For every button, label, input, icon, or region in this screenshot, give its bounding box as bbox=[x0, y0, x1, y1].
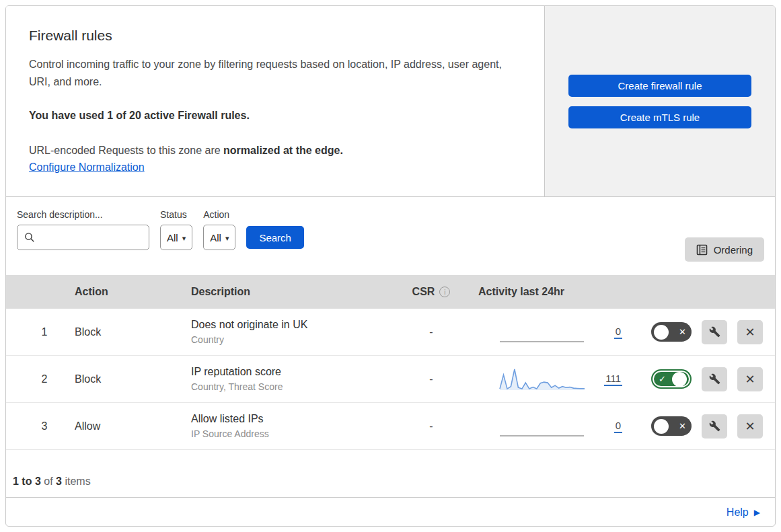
normalization-note: URL-encoded Requests to this zone are no… bbox=[29, 142, 517, 159]
search-input-wrapper bbox=[17, 225, 149, 250]
wrench-icon bbox=[709, 326, 720, 338]
edit-rule-button[interactable] bbox=[702, 367, 727, 391]
pagination-total: 3 bbox=[56, 476, 62, 487]
rule-description: Does not originate in UK bbox=[191, 319, 391, 331]
rule-priority: 1 bbox=[6, 326, 68, 338]
edit-rule-button[interactable] bbox=[702, 320, 727, 344]
help-link[interactable]: Help ▶ bbox=[727, 506, 760, 519]
page-description: Control incoming traffic to your zone by… bbox=[29, 56, 503, 91]
ordering-icon bbox=[696, 244, 708, 256]
chevron-down-icon: ▾ bbox=[182, 235, 186, 242]
pagination-range: 1 to 3 bbox=[13, 476, 41, 487]
rule-controls: ✕ ✕ bbox=[632, 414, 775, 439]
wrench-icon bbox=[709, 373, 720, 385]
info-icon[interactable]: i bbox=[439, 287, 450, 297]
csr-label: CSR bbox=[412, 286, 435, 298]
table-row: 1 Block Does not originate in UK Country… bbox=[6, 309, 775, 356]
search-icon bbox=[24, 232, 35, 243]
status-filter-group: Status All ▾ bbox=[160, 209, 192, 250]
rule-priority: 3 bbox=[6, 420, 68, 432]
chevron-down-icon: ▾ bbox=[225, 235, 229, 242]
configure-normalization-link[interactable]: Configure Normalization bbox=[29, 161, 145, 174]
rule-csr-value: - bbox=[391, 373, 472, 385]
help-label: Help bbox=[727, 506, 749, 519]
wrench-icon bbox=[709, 420, 720, 432]
rule-criteria: Country, Threat Score bbox=[191, 381, 391, 392]
delete-rule-button[interactable]: ✕ bbox=[737, 367, 763, 391]
help-arrow-icon: ▶ bbox=[754, 508, 760, 517]
toggle-knob bbox=[654, 325, 669, 340]
edit-rule-button[interactable] bbox=[702, 414, 727, 439]
x-icon: ✕ bbox=[676, 327, 689, 337]
search-button[interactable]: Search bbox=[246, 226, 304, 249]
rule-action: Block bbox=[68, 373, 184, 385]
activity-count-link[interactable]: 0 bbox=[614, 420, 622, 433]
create-mtls-rule-button[interactable]: Create mTLS rule bbox=[568, 106, 751, 128]
pagination-items: items bbox=[65, 476, 90, 487]
csr-column-header: CSR i bbox=[391, 286, 472, 298]
toggle-knob bbox=[654, 419, 669, 434]
help-bar: Help ▶ bbox=[6, 498, 775, 527]
search-label: Search description... bbox=[17, 209, 149, 220]
action-column-header: Action bbox=[68, 286, 184, 298]
rule-controls: ✓ ✕ bbox=[632, 367, 775, 391]
rule-csr-value: - bbox=[391, 326, 472, 338]
rule-enabled-toggle[interactable]: ✕ bbox=[651, 416, 692, 436]
rule-criteria: IP Source Address bbox=[191, 428, 391, 439]
rule-activity-cell: 111 bbox=[472, 366, 632, 393]
rule-enabled-toggle[interactable]: ✕ bbox=[651, 322, 692, 342]
usage-summary: You have used 1 of 20 active Firewall ru… bbox=[29, 110, 517, 122]
action-filter-group: Action All ▾ bbox=[203, 209, 235, 250]
table-row: 2 Block IP reputation score Country, Thr… bbox=[6, 356, 775, 403]
ordering-label: Ordering bbox=[714, 244, 753, 256]
activity-count-link[interactable]: 0 bbox=[614, 326, 622, 339]
search-input[interactable] bbox=[40, 232, 142, 243]
description-column-header: Description bbox=[184, 286, 391, 298]
rule-description-cell: Does not originate in UK Country bbox=[184, 319, 391, 345]
check-icon: ✓ bbox=[656, 374, 669, 384]
action-label: Action bbox=[203, 209, 235, 220]
pagination-of: of bbox=[44, 476, 52, 487]
table-header: Action Description CSR i Activity last 2… bbox=[6, 275, 775, 309]
pagination-summary: 1 to 3 of 3 items bbox=[6, 450, 775, 498]
toggle-knob bbox=[672, 372, 687, 387]
overview-text: Firewall rules Control incoming traffic … bbox=[6, 6, 544, 196]
table-row: 3 Allow Allow listed IPs IP Source Addre… bbox=[6, 403, 775, 450]
action-value: All bbox=[210, 232, 221, 243]
filter-bar: Search description... Status All ▾ bbox=[6, 197, 775, 275]
close-icon: ✕ bbox=[745, 325, 755, 340]
create-firewall-rule-button[interactable]: Create firewall rule bbox=[568, 75, 751, 97]
rule-description: Allow listed IPs bbox=[191, 413, 391, 425]
rule-controls: ✕ ✕ bbox=[632, 320, 775, 344]
normalization-text: URL-encoded Requests to this zone are bbox=[29, 145, 223, 156]
rule-action: Allow bbox=[68, 420, 184, 432]
status-dropdown[interactable]: All ▾ bbox=[160, 225, 192, 250]
x-icon: ✕ bbox=[676, 421, 689, 431]
page-title: Firewall rules bbox=[29, 28, 517, 44]
activity-sparkline bbox=[498, 319, 586, 346]
rule-description-cell: IP reputation score Country, Threat Scor… bbox=[184, 366, 391, 392]
close-icon: ✕ bbox=[745, 419, 755, 434]
status-label: Status bbox=[160, 209, 192, 220]
search-group: Search description... bbox=[17, 209, 149, 250]
firewall-rules-page: Firewall rules Control incoming traffic … bbox=[0, 0, 781, 532]
rule-description: IP reputation score bbox=[191, 366, 391, 378]
ordering-button[interactable]: Ordering bbox=[685, 237, 764, 262]
rule-activity-cell: 0 bbox=[472, 413, 632, 440]
close-icon: ✕ bbox=[745, 372, 755, 387]
delete-rule-button[interactable]: ✕ bbox=[737, 320, 763, 344]
activity-column-header: Activity last 24hr bbox=[472, 286, 632, 298]
action-dropdown[interactable]: All ▾ bbox=[203, 225, 235, 250]
normalization-bold: normalized at the edge. bbox=[223, 145, 343, 156]
delete-rule-button[interactable]: ✕ bbox=[737, 414, 763, 439]
rule-enabled-toggle[interactable]: ✓ bbox=[651, 369, 692, 389]
overview-section: Firewall rules Control incoming traffic … bbox=[6, 6, 775, 197]
rule-description-cell: Allow listed IPs IP Source Address bbox=[184, 413, 391, 439]
activity-sparkline bbox=[498, 413, 586, 440]
activity-count-link[interactable]: 111 bbox=[604, 373, 622, 386]
rule-csr-value: - bbox=[391, 420, 472, 432]
activity-sparkline bbox=[498, 366, 586, 393]
rule-priority: 2 bbox=[6, 373, 68, 385]
actions-panel: Create firewall rule Create mTLS rule bbox=[544, 6, 775, 196]
rule-activity-cell: 0 bbox=[472, 319, 632, 346]
